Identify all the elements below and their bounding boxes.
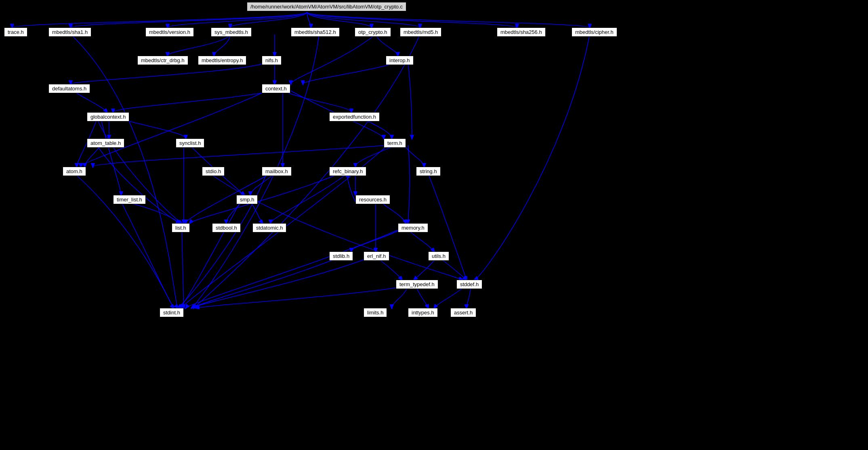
- node-sys-mbedtls[interactable]: sys_mbedtls.h: [211, 27, 252, 37]
- node-stdio[interactable]: stdio.h: [202, 167, 225, 176]
- node-stdlib[interactable]: stdlib.h: [329, 251, 353, 261]
- node-limits[interactable]: limits.h: [364, 308, 387, 317]
- node-otp-crypto[interactable]: otp_crypto.h: [355, 27, 391, 37]
- node-interop[interactable]: interop.h: [386, 56, 414, 65]
- node-mbedtls-sha512[interactable]: mbedtls/sha512.h: [291, 27, 340, 37]
- node-stdint[interactable]: stdint.h: [160, 308, 184, 317]
- node-mbedtls-ctr-drbg[interactable]: mbedtls/ctr_drbg.h: [137, 56, 188, 65]
- node-atom-table[interactable]: atom_table.h: [87, 138, 124, 148]
- node-term[interactable]: term.h: [384, 138, 406, 148]
- node-stdbool[interactable]: stdbool.h: [212, 223, 241, 232]
- node-mbedtls-version[interactable]: mbedtls/version.h: [145, 27, 194, 37]
- node-smp[interactable]: smp.h: [236, 195, 258, 204]
- node-globalcontext[interactable]: globalcontext.h: [87, 112, 129, 121]
- node-timer-list[interactable]: timer_list.h: [113, 195, 146, 204]
- node-resources[interactable]: resources.h: [355, 195, 390, 204]
- node-string[interactable]: string.h: [416, 167, 441, 176]
- node-mailbox[interactable]: mailbox.h: [262, 167, 292, 176]
- node-stdatomic[interactable]: stdatomic.h: [252, 223, 286, 232]
- node-term-typedef[interactable]: term_typedef.h: [396, 280, 438, 289]
- node-stddef[interactable]: stddef.h: [456, 280, 482, 289]
- node-utils[interactable]: utils.h: [428, 251, 449, 261]
- node-mbedtls-cipher[interactable]: mbedtls/cipher.h: [572, 27, 617, 37]
- node-mbedtls-sha256[interactable]: mbedtls/sha256.h: [497, 27, 546, 37]
- node-context[interactable]: context.h: [262, 84, 290, 93]
- main-file-node: /home/runner/work/AtomVM/AtomVM/src/libA…: [247, 2, 406, 11]
- node-refc-binary[interactable]: refc_binary.h: [329, 167, 366, 176]
- node-synclist[interactable]: synclist.h: [176, 138, 204, 148]
- node-nifs[interactable]: nifs.h: [262, 56, 282, 65]
- node-list[interactable]: list.h: [172, 223, 190, 232]
- node-mbedtls-sha1[interactable]: mbedtls/sha1.h: [48, 27, 91, 37]
- node-exportedfunction[interactable]: exportedfunction.h: [329, 112, 380, 121]
- node-memory[interactable]: memory.h: [398, 223, 428, 232]
- node-mbedtls-entropy[interactable]: mbedtls/entropy.h: [198, 56, 246, 65]
- node-trace[interactable]: trace.h: [4, 27, 27, 37]
- node-atom[interactable]: atom.h: [63, 167, 86, 176]
- node-defaultatoms[interactable]: defaultatoms.h: [48, 84, 90, 93]
- node-assert[interactable]: assert.h: [450, 308, 476, 317]
- node-mbedtls-md5[interactable]: mbedtls/md5.h: [400, 27, 441, 37]
- node-inttypes[interactable]: inttypes.h: [408, 308, 438, 317]
- node-erl-nif[interactable]: erl_nif.h: [364, 251, 389, 261]
